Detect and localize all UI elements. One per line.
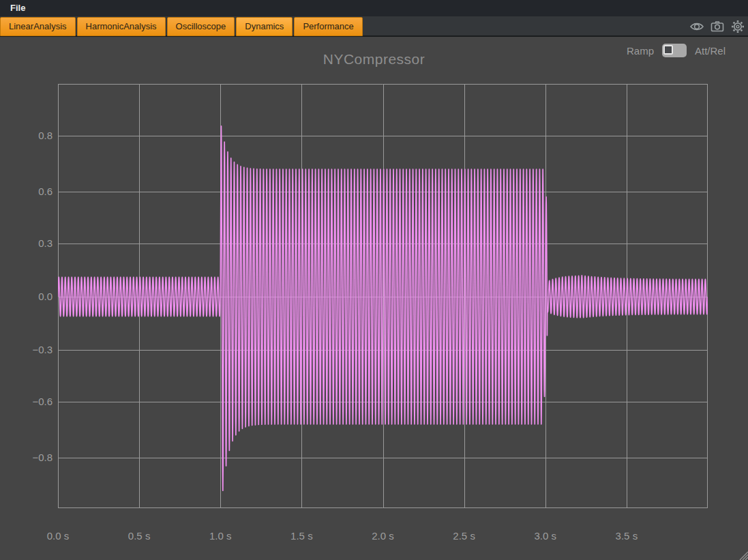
x-tick-label: 2.0 s (359, 529, 407, 543)
y-tick-label: −0.8 (0, 451, 53, 465)
y-tick-label: −0.3 (0, 343, 53, 357)
gear-icon[interactable] (730, 19, 745, 34)
tab-strip: LinearAnalysisHarmonicAnalysisOscillosco… (0, 17, 364, 36)
tab-bar: LinearAnalysisHarmonicAnalysisOscillosco… (0, 16, 748, 37)
camera-icon[interactable] (710, 19, 725, 34)
y-tick-label: 0.8 (0, 129, 53, 143)
x-tick-label: 2.5 s (440, 529, 488, 543)
eye-icon[interactable] (689, 19, 704, 34)
tab-dynamics[interactable]: Dynamics (236, 17, 293, 36)
y-tick-label: 0.3 (0, 237, 53, 250)
x-tick-label: 1.5 s (278, 529, 325, 543)
x-tick-label: 3.0 s (522, 529, 569, 543)
tab-oscilloscope[interactable]: Oscilloscope (167, 17, 235, 36)
y-tick-label: −0.6 (0, 395, 53, 409)
x-tick-label: 0.0 s (34, 529, 82, 543)
tab-linearanalysis[interactable]: LinearAnalysis (0, 17, 76, 36)
waveform-plot (58, 84, 708, 508)
chart-title: NYCompressor (0, 51, 748, 68)
y-tick-label: 0.6 (0, 185, 53, 198)
x-tick-label: 3.5 s (603, 529, 650, 543)
x-tick-label: 1.0 s (196, 529, 244, 543)
app-window: File LinearAnalysisHarmonicAnalysisOscil… (0, 0, 748, 560)
menu-bar: File (0, 0, 748, 16)
resize-grip[interactable] (736, 548, 748, 560)
tab-performance[interactable]: Performance (294, 17, 362, 36)
toolbar-icons (689, 19, 745, 34)
y-tick-label: 0.0 (0, 290, 53, 304)
menu-file[interactable]: File (10, 0, 25, 16)
waveform-canvas[interactable] (58, 84, 708, 508)
x-tick-label: 0.5 s (115, 529, 163, 543)
tab-harmonicanalysis[interactable]: HarmonicAnalysis (77, 17, 166, 36)
